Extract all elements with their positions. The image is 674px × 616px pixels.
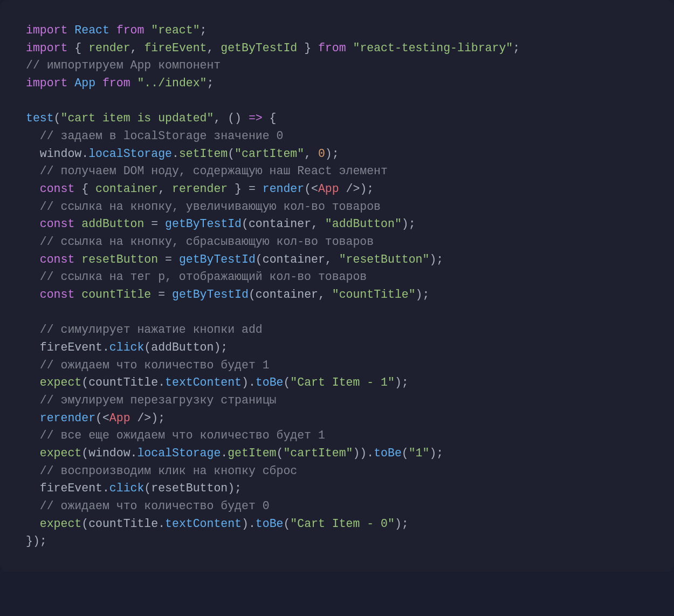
- code-line: // все еще ожидаем что количество будет …: [26, 429, 325, 442]
- code-line: // получаем DOM ноду, содержащую наш Rea…: [26, 165, 388, 177]
- code-line: const countTitle = getByTestId(container…: [26, 288, 429, 301]
- code-line: test("cart item is updated", () => {: [26, 112, 277, 125]
- code-line: window.localStorage.setItem("cartItem", …: [26, 147, 339, 160]
- code-line: const resetButton = getByTestId(containe…: [26, 253, 443, 266]
- code-line: expect(countTitle.textContent).toBe("Car…: [26, 517, 409, 530]
- code-line: import App from "../index";: [26, 77, 214, 90]
- code-block: import React from "react"; import { rend…: [0, 0, 674, 572]
- code-line: // ожидаем что количество будет 1: [26, 359, 270, 372]
- code-line: // эмулируем перезагрузку страницы: [26, 394, 276, 407]
- code-line: // задаем в localStorage значение 0: [26, 129, 283, 142]
- code-line: });: [26, 535, 47, 547]
- code-line: expect(window.localStorage.getItem("cart…: [26, 447, 443, 460]
- code-line: // импортируем App компонент: [26, 59, 221, 72]
- code-line: // ссылка на тег p, отображающий кол-во …: [26, 270, 367, 283]
- code-line: import React from "react";: [26, 24, 207, 37]
- code-line: const addButton = getByTestId(container,…: [26, 217, 416, 230]
- code-line: fireEvent.click(addButton);: [26, 341, 228, 354]
- code-line: // воспроизводим клик на кнопку сброс: [26, 464, 297, 477]
- code-line: import { render, fireEvent, getByTestId …: [26, 42, 520, 54]
- code-line: fireEvent.click(resetButton);: [26, 482, 242, 495]
- code-line: // ожидаем что количество будет 0: [26, 499, 270, 512]
- code-line: expect(countTitle.textContent).toBe("Car…: [26, 376, 409, 389]
- code-line: // симулирует нажатие кнопки add: [26, 323, 263, 336]
- code-line: rerender(<App />);: [26, 412, 165, 425]
- code-line: const { container, rerender } = render(<…: [26, 182, 374, 195]
- code-line: // ссылка на кнопку, увеличивающую кол-в…: [26, 200, 381, 213]
- code-line: // ссылка на кнопку, сбрасывающую кол-во…: [26, 235, 374, 248]
